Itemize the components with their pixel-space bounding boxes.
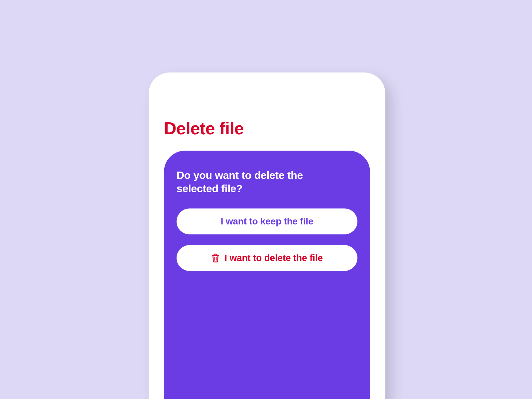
delete-file-label: I want to delete the file bbox=[224, 253, 323, 263]
dialog-panel: Do you want to delete the selected file?… bbox=[164, 151, 370, 399]
trash-icon bbox=[211, 253, 220, 263]
delete-file-button[interactable]: I want to delete the file bbox=[177, 245, 357, 271]
keep-file-label: I want to keep the file bbox=[221, 216, 314, 227]
dialog-question: Do you want to delete the selected file? bbox=[177, 169, 316, 195]
phone-card: Delete file Do you want to delete the se… bbox=[149, 72, 385, 399]
page-title: Delete file bbox=[164, 118, 244, 138]
keep-file-button[interactable]: I want to keep the file bbox=[177, 208, 357, 234]
